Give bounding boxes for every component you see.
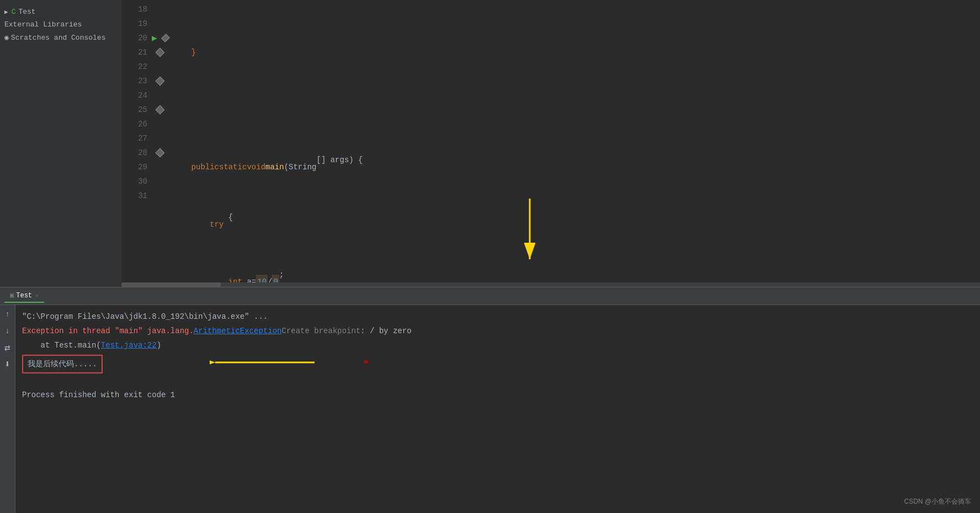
code-line-19 [168,103,980,117]
console-output: "C:\Program Files\Java\jdk1.8.0_192\bin\… [15,305,980,513]
db-icon: ◉ [4,33,9,42]
console-tabs: ▣ Test ✕ [0,287,980,305]
red-dot [364,360,368,364]
console-output-line-5 [22,373,973,388]
output-box: 我是后续代码..... [22,355,103,373]
console-up-btn[interactable]: ↑ [2,308,14,320]
console-tab-close[interactable]: ✕ [35,292,39,299]
gutter-23 [152,74,168,88]
console-tab-icon: ▣ [10,291,14,300]
gutter-29 [152,160,168,174]
console-tab-test[interactable]: ▣ Test ✕ [4,289,44,303]
code-line-21: try { [168,217,980,232]
arithmetic-exception-link[interactable]: ArithmeticException [194,324,282,338]
code-line-20: public static void main(String[] args) { [168,160,980,174]
watermark: CSDN @小鱼不会骑车 [904,497,971,506]
sidebar-item-test[interactable]: ▶ C Test [0,6,121,18]
gutter-24 [152,88,168,103]
gutter-19 [152,17,168,31]
console-content: ↑ ↓ ⇄ ⬇ "C:\Program Files\Java\jdk1.8.0_… [0,305,980,513]
gutter-27 [152,131,168,146]
gutter-26 [152,117,168,131]
sidebar-item-label: Test [18,8,35,16]
code-line-18: } [168,45,980,60]
code-content: } public static void main(String[] args)… [168,0,980,287]
gutter-28 [152,146,168,160]
code-container: 18 19 20 21 22 23 24 25 26 27 28 29 30 3… [121,0,980,287]
line-numbers: 18 19 20 21 22 23 24 25 26 27 28 29 30 3… [121,0,152,287]
editor-area: 18 19 20 21 22 23 24 25 26 27 28 29 30 3… [121,0,980,287]
sidebar-item-scratches[interactable]: ◉ Scratches and Consoles [0,31,121,44]
scratches-label: Scratches and Consoles [11,34,106,42]
console-sidebar: ↑ ↓ ⇄ ⬇ [0,305,15,513]
console-scroll-btn[interactable]: ⬇ [2,358,14,370]
external-libraries-label: External Libraries [4,20,82,29]
gutter-21 [152,45,168,60]
console-output-line-2: Exception in thread "main" java.lang.Ari… [22,324,973,338]
console-redirect-btn[interactable]: ⇄ [2,341,14,354]
test-java-link[interactable]: Test.java:22 [101,338,157,352]
sidebar: ▶ C Test External Libraries ◉ Scratches … [0,0,121,287]
gutter-25 [152,103,168,117]
scrollbar-thumb [121,282,221,287]
console-output-line-4: 我是后续代码..... [22,355,973,373]
gutter-22 [152,60,168,74]
gutter-18 [152,2,168,17]
gutter-31 [152,189,168,203]
console-output-line-3: at Test.main(Test.java:22) [22,338,973,352]
console-yellow-arrow [210,356,320,369]
test-icon: C [12,8,16,16]
console-tab-label: Test [16,292,32,300]
console-output-line-6: Process finished with exit code 1 [22,388,973,402]
chevron-right-icon: ▶ [4,8,8,15]
gutter-20-play[interactable]: ▶ [152,31,168,45]
gutter: ▶ [152,0,168,287]
sidebar-item-external-libraries[interactable]: External Libraries [0,18,121,31]
editor-scrollbar[interactable] [121,282,980,287]
console-output-line-1: "C:\Program Files\Java\jdk1.8.0_192\bin\… [22,309,973,324]
gutter-30 [152,174,168,189]
console-panel: ▣ Test ✕ ↑ ↓ ⇄ ⬇ "C:\Program Files\Java\… [0,287,980,513]
console-down-btn[interactable]: ↓ [2,325,14,337]
